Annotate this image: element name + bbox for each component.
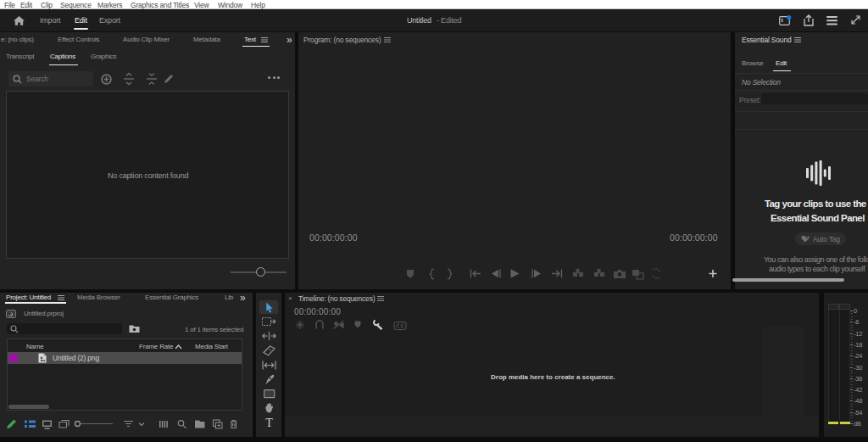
svg-text:T: T <box>265 417 273 428</box>
